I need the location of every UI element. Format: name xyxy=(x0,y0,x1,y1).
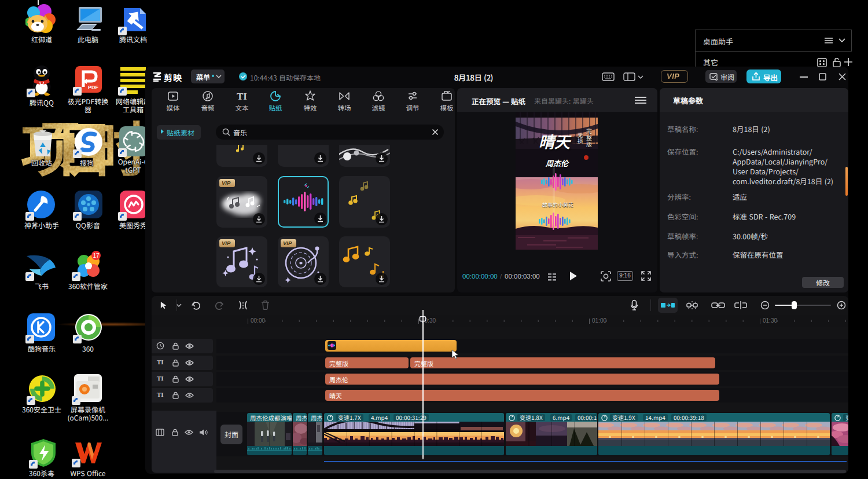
svg-text:17: 17 xyxy=(93,253,100,259)
svg-text:PDF: PDF xyxy=(88,85,99,90)
svg-text:TI: TI xyxy=(237,91,247,102)
